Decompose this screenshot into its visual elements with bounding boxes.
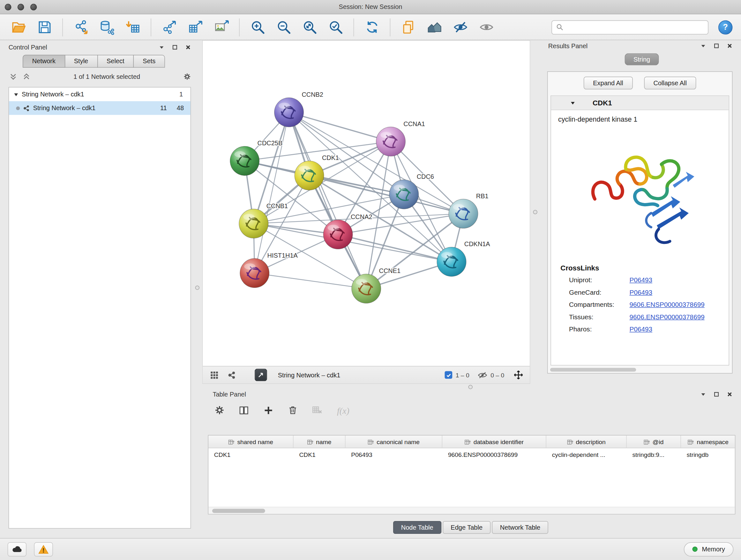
open-in-new-window-button[interactable] bbox=[255, 369, 267, 381]
network-node-CCNB2[interactable]: CCNB2 bbox=[274, 91, 323, 127]
network-collection-row[interactable]: String Network – cdk1 1 bbox=[9, 87, 191, 101]
network-node-HIST1H1A[interactable]: HIST1H1A bbox=[240, 252, 298, 288]
tree-expand-icon[interactable] bbox=[14, 92, 18, 97]
expand-all-button[interactable]: Expand All bbox=[584, 76, 633, 89]
network-node-CDC6[interactable]: CDC6 bbox=[389, 173, 434, 209]
apply-layout-button[interactable] bbox=[360, 16, 384, 38]
splitter-handle[interactable] bbox=[533, 210, 537, 214]
network-edge-CCNB2-CCNA1[interactable] bbox=[289, 112, 391, 142]
crosslink-value[interactable]: P06493 bbox=[630, 276, 652, 284]
panel-float-button[interactable] bbox=[713, 42, 720, 50]
scrollbar-thumb[interactable] bbox=[212, 509, 265, 513]
delete-column-button[interactable] bbox=[288, 405, 298, 417]
network-edge-HIST1H1A-CCNE1[interactable] bbox=[255, 273, 366, 289]
export-image-button[interactable] bbox=[209, 16, 233, 38]
network-node-CCNB1[interactable]: CCNB1 bbox=[239, 202, 288, 239]
collapse-all-button[interactable]: Collapse All bbox=[644, 76, 696, 89]
crosslink-value[interactable]: P06493 bbox=[630, 288, 652, 296]
panel-close-button[interactable] bbox=[726, 390, 734, 398]
column-header-canonical-name[interactable]: canonical name bbox=[346, 435, 443, 448]
network-node-CDKN1A[interactable]: CDKN1A bbox=[437, 240, 490, 276]
panel-collapse-button[interactable] bbox=[699, 42, 707, 50]
panel-close-button[interactable] bbox=[185, 44, 192, 51]
tab-style[interactable]: Style bbox=[64, 55, 98, 68]
column-header-id[interactable]: @id bbox=[627, 435, 681, 448]
table-cell[interactable]: stringdb:9... bbox=[627, 448, 681, 461]
column-header-description[interactable]: description bbox=[546, 435, 627, 448]
table-cell[interactable]: cyclin-dependent ... bbox=[546, 448, 627, 461]
column-header-namespace[interactable]: namespace bbox=[681, 435, 735, 448]
crosslink-value[interactable]: P06493 bbox=[630, 325, 652, 333]
table-settings-button[interactable] bbox=[214, 405, 224, 417]
cloud-status-button[interactable] bbox=[8, 542, 26, 556]
crosslink-value[interactable]: 9606.ENSP00000378699 bbox=[630, 301, 704, 308]
panel-float-button[interactable] bbox=[713, 390, 720, 398]
export-network-icon bbox=[161, 19, 177, 35]
table-horizontal-scrollbar[interactable] bbox=[208, 507, 735, 514]
table-cell[interactable]: P06493 bbox=[346, 448, 443, 461]
panel-float-button[interactable] bbox=[171, 44, 179, 51]
selection-checkbox-icon[interactable] bbox=[445, 371, 453, 379]
table-row[interactable]: CDK1CDK1P064939606.ENSP00000378699cyclin… bbox=[208, 448, 735, 461]
results-scrollbar-thumb[interactable] bbox=[550, 368, 636, 372]
splitter-handle[interactable] bbox=[195, 286, 199, 290]
network-share-button[interactable] bbox=[226, 369, 238, 381]
import-network-from-database-button[interactable] bbox=[95, 16, 119, 38]
grid-view-button[interactable] bbox=[208, 369, 220, 381]
first-neighbors-button[interactable] bbox=[422, 16, 446, 38]
export-network-button[interactable] bbox=[157, 16, 181, 38]
tab-edge-table[interactable]: Edge Table bbox=[443, 521, 490, 534]
zoom-in-button[interactable] bbox=[246, 16, 269, 38]
table-cell[interactable]: stringdb bbox=[681, 448, 735, 461]
column-header-database-identifier[interactable]: database identifier bbox=[442, 435, 546, 448]
table-cell[interactable]: 9606.ENSP00000378699 bbox=[442, 448, 546, 461]
search-input[interactable] bbox=[567, 23, 704, 30]
network-canvas[interactable]: CCNB2CCNA1CDC25BCDK1CDC6RB1CCNB1CCNA2CDK… bbox=[203, 41, 530, 366]
import-table-from-file-button[interactable] bbox=[121, 16, 145, 38]
tab-string[interactable]: String bbox=[625, 53, 659, 65]
warnings-button[interactable] bbox=[34, 542, 53, 556]
tab-select[interactable]: Select bbox=[97, 55, 134, 68]
documents-button[interactable] bbox=[396, 16, 420, 38]
network-edge-CCNB2-CCNE1[interactable] bbox=[289, 112, 366, 289]
import-network-from-file-button[interactable] bbox=[69, 16, 92, 38]
panel-close-button[interactable] bbox=[726, 42, 734, 50]
network-node-CDK1[interactable]: CDK1 bbox=[294, 154, 339, 190]
function-builder-button-disabled[interactable]: f(x) bbox=[337, 406, 349, 416]
show-all-button[interactable] bbox=[475, 16, 498, 38]
node-details-header[interactable]: CDK1 bbox=[551, 96, 729, 110]
zoom-selected-button[interactable] bbox=[324, 16, 347, 38]
crosslink-value[interactable]: 9606.ENSP00000378699 bbox=[630, 313, 704, 320]
pan-tool-button[interactable] bbox=[513, 369, 524, 381]
tab-network[interactable]: Network bbox=[23, 55, 65, 68]
column-header-name[interactable]: name bbox=[293, 435, 346, 448]
hide-selected-button[interactable] bbox=[448, 16, 472, 38]
table-cell[interactable]: CDK1 bbox=[208, 448, 293, 461]
open-session-button[interactable] bbox=[7, 16, 30, 38]
splitter-handle[interactable] bbox=[468, 385, 473, 389]
network-row-selected[interactable]: String Network – cdk1 11 48 bbox=[9, 101, 191, 115]
network-node-RB1[interactable]: RB1 bbox=[449, 192, 488, 229]
zoom-fit-button[interactable] bbox=[298, 16, 321, 38]
chevron-down-icon[interactable] bbox=[570, 100, 576, 106]
network-options-button[interactable] bbox=[184, 73, 191, 80]
expand-all-networks-button[interactable] bbox=[23, 73, 30, 80]
network-edge-CCNB2-HIST1H1A[interactable] bbox=[255, 112, 289, 273]
table-cell[interactable]: CDK1 bbox=[293, 448, 346, 461]
panel-collapse-button[interactable] bbox=[699, 390, 707, 398]
show-columns-button[interactable] bbox=[239, 405, 249, 417]
zoom-out-button[interactable] bbox=[272, 16, 295, 38]
help-button[interactable]: ? bbox=[718, 20, 732, 34]
panel-collapse-button[interactable] bbox=[158, 44, 165, 51]
column-header-shared-name[interactable]: shared name bbox=[208, 435, 293, 448]
delete-table-button-disabled[interactable] bbox=[312, 405, 323, 417]
add-column-button[interactable] bbox=[263, 405, 274, 417]
export-table-button[interactable] bbox=[184, 16, 207, 38]
tab-sets[interactable]: Sets bbox=[133, 55, 165, 68]
save-session-button[interactable] bbox=[32, 16, 56, 38]
collapse-all-networks-button[interactable] bbox=[10, 73, 17, 80]
memory-button[interactable]: Memory bbox=[684, 542, 733, 556]
network-node-CCNA1[interactable]: CCNA1 bbox=[376, 120, 425, 157]
tab-network-table[interactable]: Network Table bbox=[492, 521, 549, 534]
tab-node-table[interactable]: Node Table bbox=[393, 521, 441, 534]
